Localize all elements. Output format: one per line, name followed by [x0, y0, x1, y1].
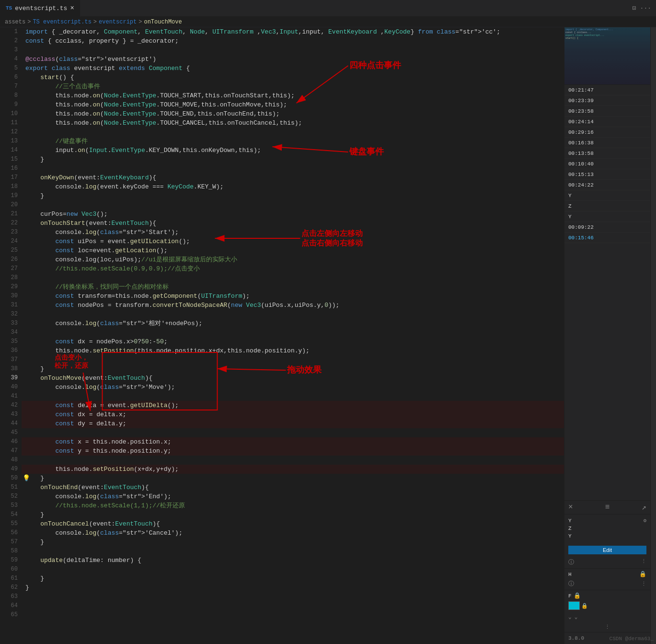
code-line-30: const transform=this.node.getComponent(U…: [22, 292, 564, 301]
time-entry-4: 00:29:16: [564, 127, 650, 138]
info-icon[interactable]: ⓘ: [568, 558, 574, 566]
cyan-lock-icon: 🔒: [581, 603, 588, 609]
line-number-59: 59: [0, 556, 18, 565]
menu-icon[interactable]: ≡: [605, 503, 610, 512]
tab-actions: ⊡ ···: [633, 4, 656, 12]
line-number-18: 18: [0, 182, 18, 191]
line-number-24: 24: [0, 237, 18, 246]
breadcrumb-ts-file[interactable]: TS eventscript.ts: [33, 19, 91, 25]
watermark: CSDN @derma63_: [610, 636, 654, 642]
code-editor[interactable]: import { _decorator, Component, EventTou…: [22, 27, 564, 644]
more-icon-2[interactable]: ⋮: [641, 581, 646, 587]
time-entry-5: 00:16:38: [564, 138, 650, 148]
info-icon-2[interactable]: ⓘ: [568, 580, 574, 588]
pointer-icon[interactable]: ↗: [642, 503, 646, 512]
ts-icon: TS: [6, 5, 12, 11]
code-line-54: }: [22, 510, 564, 519]
scrollbar-track[interactable]: [650, 27, 656, 644]
line-number-32: 32: [0, 310, 18, 319]
y-label-2: Y: [568, 533, 572, 539]
breadcrumb-class[interactable]: eventscript: [99, 19, 137, 25]
code-line-43: const dx = delta.x;: [22, 410, 564, 419]
mini-preview: import { _decorator, Component... const …: [564, 27, 650, 85]
code-line-35: const dx = nodePos.x>0?50:-50;: [22, 337, 564, 346]
tab-bar: TS eventscript.ts × ⊡ ···: [0, 0, 656, 17]
breadcrumb-sep3: >: [138, 19, 142, 25]
line-number-34: 34: [0, 328, 18, 337]
time-entry-8: 00:15:13: [564, 169, 650, 180]
line-number-16: 16: [0, 164, 18, 173]
edit-icons: ⓘ ⋮: [568, 558, 646, 566]
line-number-55: 55: [0, 519, 18, 528]
code-line-16: [22, 164, 564, 173]
code-line-22: onTouchStart(event:EventTouch){: [22, 219, 564, 228]
line-number-44: 44: [0, 419, 18, 428]
line-number-40: 40: [0, 383, 18, 392]
tab-eventscript[interactable]: TS eventscript.ts ×: [0, 0, 81, 17]
code-line-50: 💡 }: [22, 474, 564, 483]
code-line-55: onTouchCancel(event:EventTouch){: [22, 519, 564, 528]
close-icon[interactable]: ×: [568, 503, 573, 512]
code-line-64: [22, 601, 564, 610]
edit-button[interactable]: Edit: [568, 546, 646, 554]
code-line-33: console.log(class="str">'相对'+nodePos);: [22, 319, 564, 328]
line-number-17: 17: [0, 173, 18, 182]
line-number-29: 29: [0, 282, 18, 292]
code-line-20: [22, 200, 564, 210]
h-label: H: [568, 572, 572, 577]
line-number-35: 35: [0, 337, 18, 346]
code-line-11: this.node.on(Node.EventType.TOUCH_CANCEL…: [22, 118, 564, 128]
chevron-down-icon-2[interactable]: ⌄: [575, 614, 578, 620]
z-label: Z: [568, 526, 572, 531]
code-line-63: [22, 592, 564, 601]
line-number-52: 52: [0, 492, 18, 501]
line-number-43: 43: [0, 410, 18, 419]
line-number-19: 19: [0, 191, 18, 200]
settings-icon-1[interactable]: ⚙: [643, 517, 646, 524]
code-line-26: console.log(loc,uiPos);//ui是根据屏幕缩放后的实际大小: [22, 255, 564, 264]
chevron-down-icon-1[interactable]: ⌄: [568, 614, 572, 620]
code-line-7: //三个点击事件: [22, 82, 564, 91]
code-line-51: onTouchEnd(event:EventTouch){: [22, 483, 564, 492]
f-label: F: [568, 593, 572, 599]
tab-close-button[interactable]: ×: [70, 4, 74, 12]
code-line-39: onTouchMove(event:EventTouch){: [22, 374, 564, 383]
more-dots-icon[interactable]: ⋮: [605, 624, 610, 630]
time-entries-list: 00:21:4700:23:3900:23:5800:24:1400:29:16…: [564, 85, 650, 500]
time-entry-13: 00:09:22: [564, 222, 650, 233]
line-number-46: 46: [0, 437, 18, 446]
line-number-39: 39: [0, 374, 18, 383]
code-line-6: start() {: [22, 73, 564, 82]
line-number-50: 50: [0, 474, 18, 483]
color-swatch-cyan[interactable]: [568, 601, 580, 610]
line-number-12: 12: [0, 128, 18, 137]
code-line-59: update(deltaTime: number) {: [22, 556, 564, 565]
code-line-52: console.log(class="str">'End');: [22, 492, 564, 501]
code-line-23: console.log(class="str">'Start');: [22, 228, 564, 237]
y-label-1: Y: [568, 518, 572, 524]
code-line-57: }: [22, 538, 564, 547]
time-entry-2: 00:23:58: [564, 106, 650, 117]
code-line-46: const x = this.node.position.x;: [22, 437, 564, 446]
line-number-11: 11: [0, 118, 18, 128]
line-number-30: 30: [0, 292, 18, 301]
code-line-31: const nodePos = transform.convertToNodeS…: [22, 301, 564, 310]
more-icon[interactable]: ⋮: [641, 558, 646, 566]
line-number-2: 2: [0, 36, 18, 46]
breadcrumb-method[interactable]: onTouchMove: [144, 19, 182, 25]
line-number-31: 31: [0, 301, 18, 310]
line-number-61: 61: [0, 574, 18, 583]
breadcrumb-assets[interactable]: assets: [5, 19, 25, 25]
sidebar-controls: × ≡ ↗: [564, 500, 650, 514]
line-number-49: 49: [0, 465, 18, 474]
time-entry-12: Y: [564, 211, 650, 222]
line-number-57: 57: [0, 538, 18, 547]
code-line-21: curPos=new Vec3();: [22, 210, 564, 219]
time-entry-3: 00:24:14: [564, 117, 650, 127]
more-actions-icon[interactable]: ···: [640, 5, 651, 12]
h-section: H 🔒 ⓘ ⋮: [564, 568, 650, 590]
time-entry-7: 00:10:40: [564, 159, 650, 169]
code-line-10: this.node.on(Node.EventType.TOUCH_END,th…: [22, 109, 564, 118]
code-line-18: console.log(event.keyCode === KeyCode.KE…: [22, 182, 564, 191]
split-editor-icon[interactable]: ⊡: [633, 4, 636, 12]
